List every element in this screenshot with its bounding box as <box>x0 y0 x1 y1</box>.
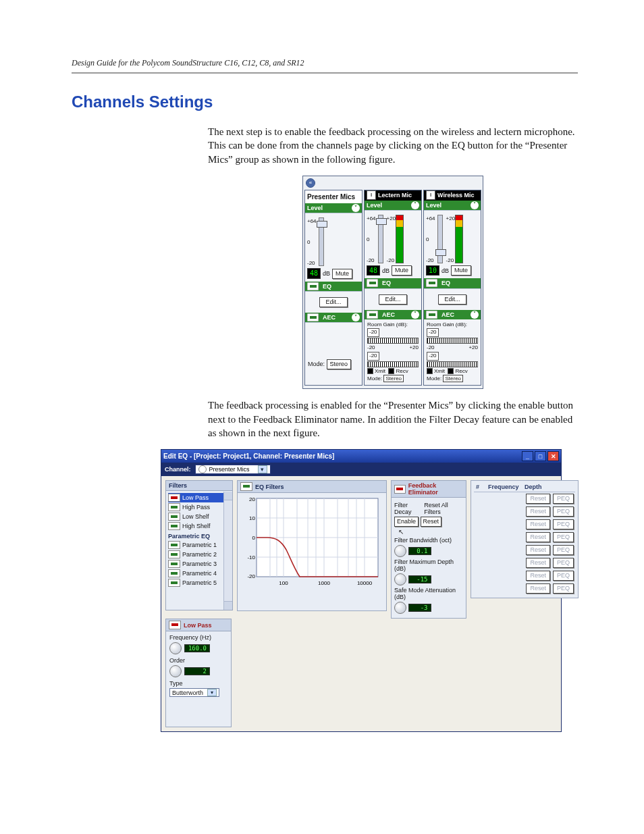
freq-value[interactable]: 160.0 <box>184 644 210 652</box>
level-header[interactable]: Level ˅ <box>305 203 362 213</box>
maximize-button[interactable]: □ <box>535 451 546 461</box>
bandwidth-value[interactable]: 0.1 <box>408 547 431 555</box>
aec-header[interactable]: AEC ˅ <box>365 310 421 319</box>
eq-plot: 20 10 0 -10 -20 100 1000 10000 <box>240 496 382 590</box>
peq-button[interactable]: PEQ <box>553 545 574 555</box>
maxdepth-value[interactable]: -15 <box>408 575 431 583</box>
peq-button[interactable]: PEQ <box>553 532 574 542</box>
filter-item[interactable]: Parametric 1 <box>168 540 226 550</box>
mute-button[interactable]: Mute <box>332 269 352 279</box>
eq-header[interactable]: EQ <box>365 278 421 288</box>
toggle-icon[interactable] <box>168 550 180 558</box>
level-header[interactable]: Level ˅ <box>424 201 481 210</box>
eq-edit-button[interactable]: Edit... <box>438 294 466 305</box>
chevron-down-icon[interactable]: ▾ <box>258 465 267 473</box>
reset-button[interactable]: Reset <box>526 532 550 542</box>
mic-icon: I <box>426 190 435 200</box>
toggle-icon[interactable] <box>168 522 180 530</box>
fader[interactable] <box>319 217 324 266</box>
reset-button[interactable]: Reset <box>526 519 550 529</box>
toggle-icon[interactable] <box>168 494 180 502</box>
chevron-icon[interactable]: ˅ <box>411 311 419 319</box>
peq-button[interactable]: PEQ <box>553 558 574 568</box>
minimize-button[interactable]: _ <box>522 451 533 461</box>
enable-button[interactable]: Enable <box>394 517 419 527</box>
chevron-icon[interactable]: ˅ <box>352 204 360 212</box>
filter-item[interactable]: Parametric 5 <box>168 578 226 588</box>
eq-header[interactable]: EQ <box>424 278 481 288</box>
peq-button[interactable]: PEQ <box>553 571 574 581</box>
aec-toggle-icon[interactable] <box>426 311 437 319</box>
aec-toggle-icon[interactable] <box>307 313 319 321</box>
reset-button[interactable]: Reset <box>526 545 550 555</box>
toggle-icon[interactable] <box>168 569 180 577</box>
mute-button[interactable]: Mute <box>392 265 412 276</box>
scrollbar[interactable] <box>223 492 232 610</box>
reset-button[interactable]: Reset <box>526 571 550 581</box>
order-knob[interactable] <box>169 665 182 677</box>
bandwidth-knob[interactable] <box>394 545 406 557</box>
reset-button[interactable]: Reset <box>526 494 550 504</box>
mode-value[interactable]: Stereo <box>327 359 352 369</box>
eq-edit-button[interactable]: Edit... <box>319 297 347 307</box>
chevron-icon[interactable]: ˅ <box>471 201 479 209</box>
peq-button[interactable]: PEQ <box>553 494 574 504</box>
filter-item[interactable]: High Shelf <box>168 521 226 531</box>
level-db-value[interactable]: 48 <box>307 268 321 279</box>
aec-toggle-icon[interactable] <box>367 311 378 319</box>
feedback-header[interactable]: Feedback Eliminator <box>392 481 466 498</box>
reset-button[interactable]: Reset <box>421 517 442 527</box>
filter-item[interactable]: Low Shelf <box>168 512 226 521</box>
level-db-value[interactable]: 48 <box>367 265 380 276</box>
eq-toggle-icon[interactable] <box>307 282 319 290</box>
filter-item[interactable]: Parametric 4 <box>168 569 226 578</box>
channel-select[interactable]: Presenter Mics ▾ <box>195 465 271 474</box>
chevron-icon[interactable]: ˅ <box>411 201 419 209</box>
level-db-value[interactable]: 10 <box>426 265 439 276</box>
close-button[interactable]: ✕ <box>547 451 559 461</box>
safemode-knob[interactable] <box>394 602 406 614</box>
toggle-icon[interactable] <box>169 621 181 629</box>
mode-value[interactable]: Stereo <box>383 375 404 382</box>
eq-toggle-icon[interactable] <box>426 279 437 287</box>
reset-button[interactable]: Reset <box>526 583 550 594</box>
toggle-icon[interactable] <box>168 579 180 587</box>
chevron-icon[interactable]: ˅ <box>471 311 479 319</box>
filter-item[interactable]: Parametric 3 <box>168 559 226 569</box>
toggle-icon[interactable] <box>168 560 180 568</box>
reset-button[interactable]: Reset <box>526 558 550 568</box>
eq-filters-header[interactable]: EQ Filters <box>238 481 386 493</box>
toggle-icon[interactable] <box>168 541 180 549</box>
safemode-value[interactable]: -3 <box>408 604 431 612</box>
filter-item[interactable]: Parametric 2 <box>168 550 226 559</box>
toggle-icon[interactable] <box>240 482 252 491</box>
maxdepth-knob[interactable] <box>394 573 406 585</box>
low-pass-header[interactable]: Low Pass <box>166 619 231 631</box>
chevron-down-icon[interactable]: ▾ <box>207 689 217 696</box>
eq-edit-button[interactable]: Edit... <box>379 294 406 305</box>
collapse-button[interactable]: « <box>306 178 315 188</box>
aec-header[interactable]: AEC ˅ <box>305 313 362 322</box>
eq-header[interactable]: EQ <box>305 282 362 291</box>
peq-button[interactable]: PEQ <box>553 519 574 529</box>
filter-item[interactable]: High Pass <box>168 502 226 512</box>
aec-header[interactable]: AEC ˅ <box>424 310 481 319</box>
chevron-icon[interactable]: ˅ <box>352 313 360 321</box>
fader[interactable] <box>437 215 443 263</box>
level-header[interactable]: Level ˅ <box>365 201 421 210</box>
freq-knob[interactable] <box>169 642 182 654</box>
toggle-icon[interactable] <box>394 485 406 494</box>
reset-button[interactable]: Reset <box>526 506 550 517</box>
filter-item[interactable]: Low Pass <box>168 493 226 502</box>
peq-button[interactable]: PEQ <box>553 506 574 517</box>
order-value[interactable]: 2 <box>184 667 210 675</box>
type-select[interactable]: Butterworth ▾ <box>169 688 219 697</box>
eq-toggle-icon[interactable] <box>367 279 378 287</box>
mute-button[interactable]: Mute <box>451 265 471 276</box>
toggle-icon[interactable] <box>168 503 180 511</box>
mode-value[interactable]: Stereo <box>443 375 463 382</box>
toggle-icon[interactable] <box>168 513 180 521</box>
fader[interactable] <box>378 215 383 263</box>
dialog-titlebar[interactable]: Edit EQ - [Project: Project1, Channel: P… <box>161 450 561 463</box>
peq-button[interactable]: PEQ <box>553 583 574 594</box>
